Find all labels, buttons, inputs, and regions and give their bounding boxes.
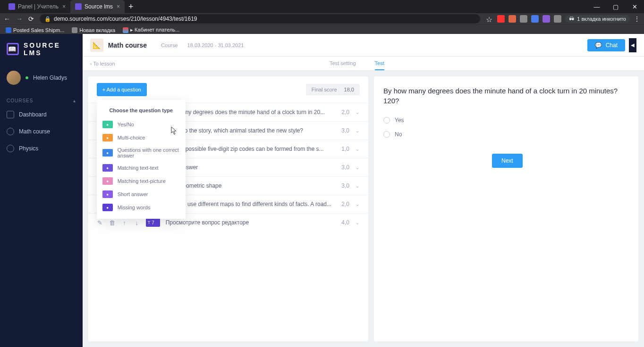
forward-button[interactable]: →: [16, 15, 23, 23]
popup-type-questions-with-one-correct-answer[interactable]: ●Questions with one correct answer: [97, 144, 186, 161]
delete-icon[interactable]: 🗑: [109, 219, 116, 226]
close-window-button[interactable]: ✕: [625, 3, 644, 10]
type-icon: ●: [102, 204, 113, 211]
extension-icon[interactable]: [520, 15, 527, 23]
extension-icon[interactable]: [531, 15, 539, 23]
status-dot: [25, 76, 28, 79]
course-dates: 18.03.2020 - 31.03.2021: [187, 42, 244, 48]
content: + Add a question Final score 18,0 Choose…: [83, 71, 644, 347]
questions-panel: + Add a question Final score 18,0 Choose…: [88, 76, 368, 341]
bookmarks-bar: Posted Sales Shipm... Новая вкладка ▸ Ка…: [0, 25, 644, 35]
tabs: Test setting Test: [330, 57, 384, 70]
tab-test-setting[interactable]: Test setting: [330, 57, 356, 70]
section-courses[interactable]: COURSES ▴: [0, 91, 83, 106]
incognito-icon: 🕶: [569, 16, 574, 22]
question-score: 1,0: [337, 146, 349, 152]
reload-button[interactable]: ⟳: [28, 15, 34, 23]
bookmark-item[interactable]: Posted Sales Shipm...: [6, 27, 64, 33]
user-name: Helen Gladys: [33, 74, 67, 81]
sidebar: 📖 SOURCE LMS Helen Gladys COURSES ▴ Dash…: [0, 34, 83, 347]
chat-button[interactable]: 💬 Chat: [587, 39, 625, 51]
type-icon: ●: [102, 149, 113, 157]
question-text[interactable]: ording to the story, which animal starte…: [166, 127, 331, 134]
type-icon: ●: [102, 164, 113, 172]
star-icon[interactable]: ☆: [486, 15, 493, 23]
brand-logo[interactable]: 📖 SOURCE LMS: [0, 34, 83, 64]
chevron-down-icon[interactable]: ⌄: [355, 219, 360, 226]
tab-title: Panel | Учитель: [18, 3, 59, 10]
question-text[interactable]: how many degrees does the minute hand of…: [166, 109, 331, 116]
type-icon: ●: [102, 134, 113, 141]
course-name: Math course: [108, 41, 147, 49]
course-icon: [7, 128, 14, 135]
address-bar: ← → ⟳ 🔒 demo.sourcelms.com/courses/210/l…: [0, 13, 644, 25]
extension-icon[interactable]: [554, 15, 561, 23]
question-text[interactable]: v many possible five-digit zip codes can…: [166, 146, 331, 152]
bookmark-item[interactable]: Новая вкладка: [72, 27, 115, 33]
final-score: Final score 18,0: [306, 84, 360, 95]
browser-tab[interactable]: Panel | Учитель ×: [4, 0, 70, 13]
chat-icon: 💬: [595, 42, 602, 49]
move-up-icon[interactable]: ↑: [121, 219, 128, 226]
question-text[interactable]: You can use different maps to find diffe…: [166, 201, 331, 207]
incognito-label: 1 вкладка инкогнито: [577, 16, 626, 22]
incognito-badge[interactable]: 🕶 1 вкладка инкогнито: [565, 15, 630, 23]
browser-tabbar: Panel | Учитель × Source lms × + — ▢ ✕: [0, 0, 644, 13]
preview-panel: By how many degrees does the minute hand…: [374, 76, 638, 341]
extension-icon[interactable]: [508, 15, 516, 23]
bookmark-icon: [123, 27, 128, 33]
maximize-button[interactable]: ▢: [606, 3, 625, 10]
next-button[interactable]: Next: [492, 154, 523, 168]
sidebar-item-dashboard[interactable]: Dashboard: [0, 106, 83, 123]
browser-tab-active[interactable]: Source lms ×: [70, 0, 125, 13]
chevron-down-icon[interactable]: ⌄: [355, 182, 360, 189]
chevron-down-icon[interactable]: ⌄: [355, 127, 360, 134]
chevron-down-icon[interactable]: ⌄: [355, 109, 360, 116]
sidebar-item-physics[interactable]: Physics: [0, 140, 83, 157]
question-text[interactable]: d the geometric shape: [166, 182, 331, 189]
popup-type-yes-no[interactable]: ●Yes/No: [97, 118, 186, 131]
chevron-up-icon: ▴: [73, 98, 76, 103]
chevron-down-icon[interactable]: ⌄: [355, 146, 360, 152]
popup-type-matching-text-picture[interactable]: ●Matching text-picture: [97, 174, 186, 188]
url-text: demo.sourcelms.com/courses/210/lesson/49…: [54, 16, 197, 22]
extension-icon[interactable]: [542, 15, 550, 23]
close-icon[interactable]: ×: [117, 3, 120, 10]
back-to-lesson[interactable]: ‹ To lesson: [90, 61, 115, 66]
popup-type-missing-words[interactable]: ●Missing words: [97, 201, 186, 214]
chevron-down-icon[interactable]: ⌄: [355, 201, 360, 207]
add-question-button[interactable]: + Add a question: [97, 83, 147, 96]
bookmark-item[interactable]: ▸ Кабинет платель...: [123, 27, 179, 33]
question-score: 3,0: [337, 182, 349, 189]
popup-type-short-answer[interactable]: ●Short answer: [97, 188, 186, 201]
close-icon[interactable]: ×: [62, 3, 66, 10]
chevron-down-icon[interactable]: ⌄: [355, 164, 360, 171]
question-score: 2,0: [337, 109, 349, 116]
type-icon: ●: [102, 177, 113, 185]
type-icon: ●: [102, 190, 113, 198]
move-down-icon[interactable]: ↓: [134, 219, 140, 226]
question-text[interactable]: d the answer: [166, 164, 331, 171]
favicon: [75, 3, 82, 10]
menu-button[interactable]: ⋮: [634, 15, 640, 23]
minimize-button[interactable]: —: [587, 3, 606, 10]
new-tab-button[interactable]: +: [128, 2, 134, 12]
extension-icon[interactable]: [497, 15, 505, 23]
tab-test[interactable]: Test: [375, 57, 384, 70]
question-score: 3,0: [337, 164, 349, 171]
user-profile[interactable]: Helen Gladys: [0, 64, 83, 91]
radio-icon: [383, 117, 390, 124]
option-no[interactable]: No: [383, 131, 629, 138]
edit-icon[interactable]: ✎: [97, 219, 103, 226]
course-icon: [7, 145, 14, 152]
popup-type-matching-text-text[interactable]: ●Matching text-text: [97, 161, 186, 174]
back-button[interactable]: ←: [4, 15, 10, 23]
collapse-button[interactable]: ◀: [629, 38, 636, 52]
option-yes[interactable]: Yes: [383, 117, 629, 124]
question-text[interactable]: Просмотрите вопрос редакторе: [166, 219, 331, 226]
sidebar-item-math[interactable]: Math course: [0, 123, 83, 140]
popup-type-multi-choice[interactable]: ●Multi-choice: [97, 131, 186, 144]
url-input[interactable]: 🔒 demo.sourcelms.com/courses/210/lesson/…: [40, 14, 480, 24]
type-icon: ●: [102, 121, 113, 128]
course-thumbnail: 📐: [90, 39, 103, 52]
